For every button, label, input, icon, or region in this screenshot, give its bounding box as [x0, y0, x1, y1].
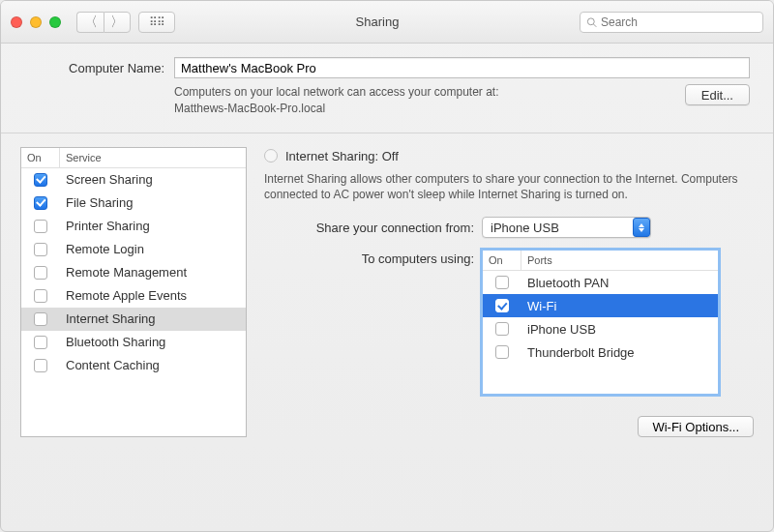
service-label: File Sharing	[60, 195, 246, 210]
service-item[interactable]: Remote Apple Events	[21, 284, 246, 308]
show-all-button[interactable]: ⠿⠿	[138, 12, 175, 33]
service-detail: Internet Sharing: Off Internet Sharing a…	[264, 147, 754, 517]
port-checkbox[interactable]	[495, 276, 509, 289]
back-button[interactable]: 〈	[76, 12, 104, 33]
service-label: Internet Sharing	[60, 311, 246, 326]
service-item[interactable]: Bluetooth Sharing	[21, 331, 246, 354]
service-label: Bluetooth Sharing	[60, 335, 246, 349]
service-checkbox[interactable]	[34, 289, 47, 303]
port-item[interactable]: Thunderbolt Bridge	[483, 340, 718, 364]
forward-button[interactable]: 〉	[104, 12, 131, 33]
services-list[interactable]: On Service Screen SharingFile SharingPri…	[20, 147, 247, 437]
content: Computer Name: Computers on your local n…	[1, 44, 773, 531]
minimize-icon[interactable]	[30, 16, 42, 28]
port-checkbox[interactable]	[495, 322, 509, 336]
service-checkbox[interactable]	[34, 220, 47, 233]
port-item[interactable]: Wi-Fi	[483, 294, 718, 317]
ports-header-ports: Ports	[521, 251, 718, 270]
port-item[interactable]: Bluetooth PAN	[483, 271, 718, 294]
service-label: Screen Sharing	[60, 172, 246, 187]
computer-name-section: Computer Name: Computers on your local n…	[1, 44, 773, 133]
nav-buttons: 〈 〉	[76, 12, 131, 33]
port-checkbox[interactable]	[495, 345, 509, 359]
ports-header: On Ports	[483, 251, 718, 271]
computer-name-input[interactable]	[174, 57, 750, 78]
service-description: Internet Sharing allows other computers …	[264, 171, 754, 204]
share-from-label: Share your connection from:	[264, 221, 482, 235]
service-label: Remote Apple Events	[60, 288, 246, 303]
chevron-right-icon: 〉	[110, 14, 124, 31]
service-item[interactable]: Internet Sharing	[21, 308, 246, 331]
port-label: iPhone USB	[521, 322, 718, 337]
preferences-window: 〈 〉 ⠿⠿ Sharing Computer Name: Computers …	[0, 0, 774, 532]
ports-list[interactable]: On Ports Bluetooth PANWi-FiiPhone USBThu…	[482, 250, 719, 395]
port-item[interactable]: iPhone USB	[483, 317, 718, 340]
fullscreen-icon[interactable]	[49, 16, 61, 28]
computer-name-label: Computer Name:	[24, 61, 164, 75]
to-computers-label: To computers using:	[264, 250, 482, 266]
port-checkbox[interactable]	[495, 299, 509, 312]
services-header-on: On	[21, 148, 60, 167]
service-checkbox[interactable]	[34, 243, 47, 256]
service-checkbox[interactable]	[34, 196, 47, 210]
service-label: Remote Login	[60, 242, 246, 256]
search-input[interactable]	[601, 15, 757, 29]
services-header: On Service	[21, 148, 246, 168]
service-item[interactable]: Remote Login	[21, 238, 246, 261]
service-label: Printer Sharing	[60, 219, 246, 233]
search-field[interactable]	[580, 12, 763, 33]
service-checkbox[interactable]	[34, 312, 47, 326]
service-status-title: Internet Sharing: Off	[285, 149, 399, 163]
svg-line-1	[594, 24, 597, 27]
ports-header-on: On	[483, 251, 521, 270]
service-checkbox[interactable]	[34, 336, 47, 349]
wifi-options-button[interactable]: Wi-Fi Options...	[638, 416, 754, 437]
service-item[interactable]: Content Caching	[21, 354, 246, 377]
main-area: On Service Screen SharingFile SharingPri…	[1, 133, 773, 531]
traffic-lights	[11, 16, 61, 28]
popup-arrows-icon	[633, 218, 650, 237]
titlebar: 〈 〉 ⠿⠿ Sharing	[1, 1, 773, 44]
window-title: Sharing	[183, 15, 572, 29]
port-label: Wi-Fi	[521, 299, 718, 313]
services-header-service: Service	[60, 148, 246, 167]
svg-point-0	[587, 17, 594, 24]
enable-service-radio[interactable]	[264, 149, 278, 163]
service-label: Content Caching	[60, 358, 246, 372]
service-checkbox[interactable]	[34, 173, 47, 187]
chevron-left-icon: 〈	[84, 14, 98, 31]
service-label: Remote Management	[60, 265, 246, 280]
port-label: Thunderbolt Bridge	[521, 345, 718, 360]
computer-name-description: Computers on your local network can acce…	[174, 84, 685, 117]
service-item[interactable]: File Sharing	[21, 192, 246, 215]
port-label: Bluetooth PAN	[521, 276, 718, 290]
service-item[interactable]: Remote Management	[21, 261, 246, 284]
close-icon[interactable]	[11, 16, 22, 28]
grid-icon: ⠿⠿	[149, 15, 164, 29]
search-icon	[586, 16, 597, 28]
service-item[interactable]: Printer Sharing	[21, 215, 246, 238]
service-checkbox[interactable]	[34, 359, 47, 372]
share-from-popup[interactable]: iPhone USB	[482, 217, 651, 238]
service-item[interactable]: Screen Sharing	[21, 168, 246, 192]
share-from-value: iPhone USB	[491, 221, 559, 235]
service-checkbox[interactable]	[34, 266, 47, 280]
edit-hostname-button[interactable]: Edit...	[685, 84, 750, 105]
